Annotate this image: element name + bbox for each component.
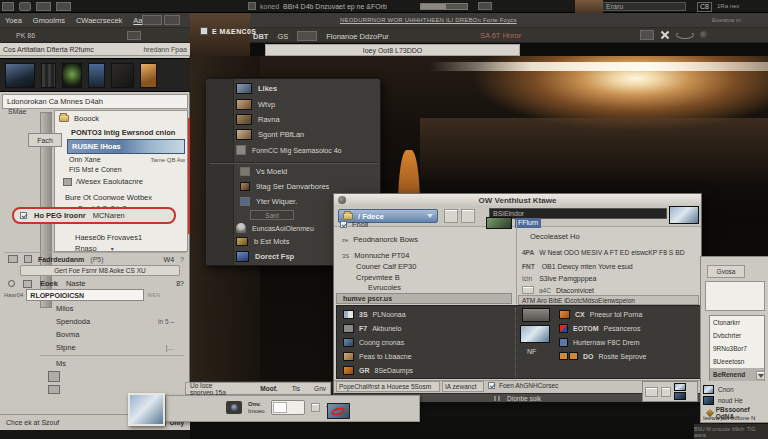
tree-item-selected[interactable]: humve pscr.us bbox=[336, 293, 512, 304]
mb-icon[interactable] bbox=[127, 31, 141, 40]
file-row[interactable]: Peas to Lbaacne bbox=[343, 352, 412, 361]
stack-icon[interactable] bbox=[522, 308, 550, 322]
photo-thumbnail[interactable] bbox=[674, 383, 686, 391]
photo-thumbnail[interactable] bbox=[5, 63, 35, 88]
footer-checkbox-group[interactable]: Foen AhGNHCorsec bbox=[488, 382, 558, 389]
menubar-item[interactable]: Yoea bbox=[5, 16, 22, 25]
checkbox-icon[interactable] bbox=[340, 221, 347, 228]
menu-item[interactable]: Onn Xane Tame QB Aw bbox=[69, 156, 185, 163]
checkbox-icon[interactable] bbox=[488, 382, 495, 389]
photo-thumbnail[interactable] bbox=[140, 63, 157, 88]
file-row[interactable]: Hurternaw F8C Drem bbox=[559, 338, 640, 347]
image-preview-icon[interactable] bbox=[520, 325, 550, 343]
swatch-icon[interactable] bbox=[297, 31, 317, 41]
context-menu-item[interactable]: Vs Moeld bbox=[240, 167, 287, 176]
option-item[interactable]: Dvbchrter bbox=[710, 329, 764, 342]
context-menu-item[interactable]: Wtvp bbox=[236, 99, 275, 110]
menubar-item[interactable]: Gmoolms bbox=[33, 16, 65, 25]
context-menu-item[interactable]: Dorect Fsp bbox=[236, 251, 294, 262]
preview-thumbnail[interactable] bbox=[669, 206, 699, 224]
fach-tab[interactable]: Fach bbox=[28, 133, 62, 147]
tree-item[interactable]: Couner Calf EP30 bbox=[356, 262, 416, 271]
print-icon[interactable] bbox=[645, 387, 658, 397]
lower-item[interactable]: Bovma bbox=[56, 330, 79, 339]
toolbar-item[interactable]: GS bbox=[277, 32, 288, 41]
tree-item[interactable]: 3S Monnuche PT04 bbox=[342, 251, 409, 260]
thumbnail-icon[interactable] bbox=[640, 30, 654, 40]
file-row[interactable]: DO Rosite Seprove bbox=[559, 352, 646, 360]
lower-item[interactable]: Milos bbox=[56, 304, 74, 313]
selected-file-label[interactable]: FFlurn bbox=[515, 218, 541, 228]
photo-thumbnail[interactable] bbox=[62, 63, 82, 88]
menu-item[interactable]: FIS Mst e Conen bbox=[69, 166, 122, 173]
menu-item[interactable]: Bure Ot Coonwoe Wotbex bbox=[65, 193, 152, 202]
tree-item[interactable]: ze Peodnanorck Bows bbox=[342, 235, 418, 244]
menu-item[interactable]: Haese0b Frovaves1 bbox=[75, 233, 142, 242]
tree-item[interactable]: Fnoli bbox=[340, 220, 368, 229]
tree-item[interactable]: Evrucoles bbox=[368, 283, 401, 292]
option-item[interactable]: Ctonarkrr bbox=[710, 316, 764, 329]
export-button-line1[interactable]: Onv. bbox=[248, 401, 265, 408]
photo-thumbnail[interactable] bbox=[703, 385, 714, 394]
crop-icon[interactable] bbox=[8, 255, 18, 263]
knob-icon[interactable] bbox=[700, 31, 708, 39]
context-menu-item[interactable]: Likes bbox=[236, 83, 277, 94]
view-button[interactable] bbox=[444, 209, 458, 223]
marked-photo-icon[interactable] bbox=[327, 403, 350, 419]
mini-panel-icon[interactable] bbox=[478, 2, 492, 10]
photo-thumbnail[interactable] bbox=[88, 63, 105, 88]
file-row[interactable]: F7 Akbunelo bbox=[343, 324, 401, 333]
menu-item[interactable]: PONTO3 Intig Ewrsnod cnion bbox=[71, 128, 175, 137]
dialog-titlebar[interactable]: OW Venthlust Ktawe bbox=[334, 194, 701, 207]
action-button[interactable]: Gert Foe Fsrnr M8 Aoke CS XU bbox=[20, 265, 180, 276]
toolbar-item[interactable]: Flonanoe DdzoPur bbox=[326, 32, 389, 41]
context-menu-item[interactable]: 9tag Ser Danvarbores bbox=[240, 182, 329, 191]
context-menu-item[interactable]: Ravna bbox=[236, 114, 280, 125]
list-view-icon[interactable] bbox=[142, 15, 162, 25]
menubar-item[interactable]: CWaecrsecek bbox=[76, 16, 122, 25]
photo-thumbnail[interactable] bbox=[41, 63, 56, 88]
context-menu-item[interactable]: EuncasAoiOlenmeu bbox=[236, 223, 314, 233]
photo-thumbnail[interactable] bbox=[703, 396, 714, 405]
file-thumbnail[interactable] bbox=[486, 217, 512, 229]
mini-button[interactable] bbox=[522, 286, 534, 294]
option-item[interactable]: 8Ueeetosn bbox=[710, 355, 764, 368]
name-field[interactable] bbox=[26, 289, 144, 301]
search-input[interactable] bbox=[602, 2, 686, 11]
camera-icon[interactable] bbox=[226, 401, 242, 414]
up-button[interactable] bbox=[461, 209, 475, 223]
sort-icon[interactable] bbox=[661, 387, 671, 397]
tree-item[interactable]: Crpevmtee B bbox=[356, 273, 400, 282]
toggle-switch[interactable] bbox=[271, 400, 305, 415]
annotated-menu-item[interactable]: Ho PEG Iroonr bbox=[34, 211, 86, 220]
grid-view-icon[interactable] bbox=[164, 15, 180, 25]
tool-icon[interactable] bbox=[23, 280, 32, 288]
menu-item[interactable]: /Wesex Eaolutacnre bbox=[63, 177, 143, 186]
context-menu-item[interactable]: Yter Wiquer. bbox=[240, 197, 297, 206]
file-row[interactable]: EOTOM Pesanceros bbox=[559, 324, 641, 333]
menu-item-folder[interactable]: Booock bbox=[59, 114, 99, 123]
lower-item[interactable]: Stpne |… bbox=[56, 343, 174, 352]
hand-tool-icon[interactable] bbox=[48, 371, 60, 382]
top-badge[interactable]: C8 bbox=[697, 2, 712, 12]
option-item[interactable]: 9RNo3Bor7 bbox=[710, 342, 764, 355]
help-icon[interactable]: ? bbox=[180, 256, 184, 263]
file-row[interactable]: GR 8SeDaumps bbox=[343, 366, 413, 375]
file-row[interactable]: 3S PLNoonaa bbox=[343, 310, 406, 319]
file-row[interactable]: Coong cnonas bbox=[343, 338, 404, 347]
context-menu-item[interactable]: Sgont PBfLan bbox=[236, 129, 304, 140]
export-button-line2[interactable]: Imoeo bbox=[248, 408, 265, 415]
grid-icon[interactable] bbox=[56, 2, 71, 11]
photo-thumbnail[interactable] bbox=[674, 392, 686, 400]
lower-item[interactable]: Spendoda in 5 – bbox=[56, 317, 174, 326]
star-tool-icon[interactable] bbox=[48, 385, 60, 394]
panel-icon[interactable] bbox=[36, 2, 51, 11]
menu-item-selected[interactable]: RUSNE IHoas bbox=[67, 139, 185, 154]
scroll-down-button[interactable] bbox=[756, 371, 765, 380]
dialog-system-icon[interactable] bbox=[338, 196, 346, 204]
app-icon[interactable] bbox=[2, 2, 14, 11]
right-panel-header-tab[interactable]: Gvosa bbox=[707, 265, 745, 278]
small-button[interactable] bbox=[311, 403, 320, 412]
list-icon[interactable] bbox=[24, 255, 32, 263]
file-row[interactable]: CX Pneeur tol Porna bbox=[559, 310, 642, 319]
